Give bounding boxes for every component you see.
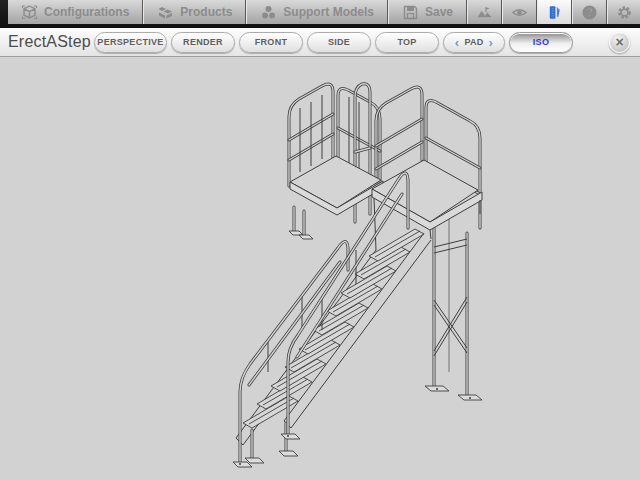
visibility-button[interactable] [502,0,537,24]
tab-pad[interactable]: ‹ PAD › [443,32,505,53]
settings-button[interactable] [607,0,640,24]
gear-icon [616,4,633,21]
tab-top[interactable]: TOP [375,32,439,53]
close-view-button[interactable]: × [609,32,630,53]
save-button[interactable]: Save [388,0,467,24]
tab-perspective-label: PERSPECTIVE [97,37,163,47]
save-label: Save [425,5,453,19]
products-label: Products [180,5,232,19]
products-button[interactable]: Products [143,0,246,24]
tab-front-label: FRONT [255,37,288,47]
measure-icon [546,4,563,21]
tab-perspective[interactable]: PERSPECTIVE [94,32,167,53]
platform-brackets [289,207,313,239]
eye-icon [511,4,528,21]
main-toolbar: Configurations Products Support Models S… [0,0,640,28]
model-viewport[interactable] [0,57,640,480]
model-drawing [0,57,640,480]
tab-side[interactable]: SIDE [307,32,371,53]
measure-tool-button[interactable] [537,0,572,24]
help-icon: ? [581,4,598,21]
stair-treads [243,229,424,428]
snapshot-button[interactable] [467,0,502,24]
cube-icon [21,4,38,21]
snapshot-icon [476,4,493,21]
support-models-button[interactable]: Support Models [246,0,388,24]
svg-text:?: ? [586,6,592,18]
support-models-label: Support Models [283,5,374,19]
boxes-icon [157,4,174,21]
molecule-icon [260,4,277,21]
staircase [236,198,431,463]
tab-render-label: RENDER [183,37,223,47]
tab-iso[interactable]: ISO [509,32,573,53]
view-bar: ErectAStep PERSPECTIVE RENDER FRONT SIDE… [0,28,640,57]
tab-iso-label: ISO [533,37,549,47]
support-tower [425,214,482,400]
configurations-label: Configurations [44,5,129,19]
save-icon [402,4,419,21]
tab-render[interactable]: RENDER [171,32,235,53]
help-button[interactable]: ? [572,0,607,24]
tab-side-label: SIDE [328,37,350,47]
configurations-button[interactable]: Configurations [8,0,143,24]
pad-next-icon[interactable]: › [489,36,494,49]
app-brand: ErectAStep [8,33,94,51]
tab-top-label: TOP [397,37,416,47]
close-icon: × [615,35,623,49]
tab-front[interactable]: FRONT [239,32,303,53]
pad-prev-icon[interactable]: ‹ [455,36,460,49]
tab-pad-label: PAD [464,37,483,47]
